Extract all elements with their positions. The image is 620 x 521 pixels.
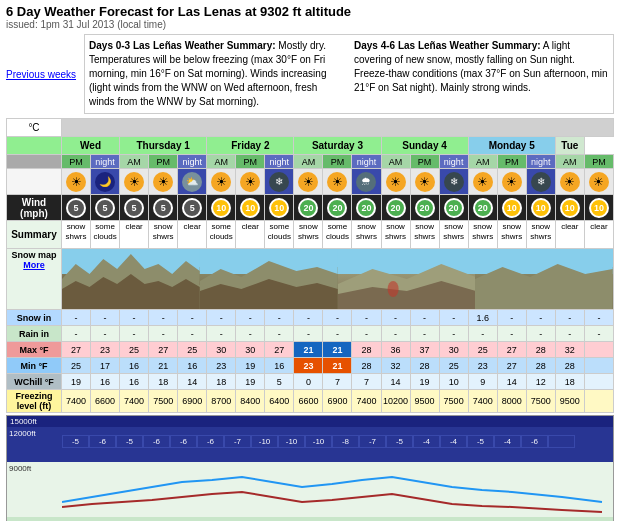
max-f-cell-17: 32 <box>555 342 584 358</box>
wchill-row-cell-13: 10 <box>439 374 468 390</box>
freeze-val-15: -5 <box>467 435 494 448</box>
freeze-row-cell-5: 8700 <box>207 390 236 413</box>
period-row-label <box>7 155 62 169</box>
max-f-cell-11: 36 <box>381 342 410 358</box>
summary-cell-9: some clouds <box>323 221 352 249</box>
rain-in-row-cell-6: - <box>236 326 265 342</box>
rain-in-row-cell-1: - <box>91 326 120 342</box>
page-title: 6 Day Weather Forecast for Las Lenas at … <box>6 4 614 19</box>
unit-celsius[interactable]: °C <box>7 119 62 137</box>
summary-cell-8: snow shwrs <box>294 221 323 249</box>
snow-map-images <box>62 249 614 310</box>
summary-cell-4: clear <box>178 221 207 249</box>
min-f-cell-4: 16 <box>178 358 207 374</box>
period-cell-18: PM <box>584 155 613 169</box>
freeze-row-cell-4: 6900 <box>178 390 207 413</box>
day-header-row: WedThursday 1Friday 2Saturday 3Sunday 4M… <box>7 137 614 155</box>
icon-cell-12: ☀ <box>410 169 439 195</box>
wind-label: Wind (mph) <box>7 195 62 221</box>
period-cell-2: AM <box>120 155 149 169</box>
wind-cell-18: 10 <box>584 195 613 221</box>
issued-time: issued: 1pm 31 Jul 2013 (local time) <box>6 19 614 30</box>
chart-9000ft: 9000ft <box>7 462 613 517</box>
page-container: 6 Day Weather Forecast for Las Lenas at … <box>0 0 620 521</box>
rain-in-row-cell-2: - <box>120 326 149 342</box>
max-f-cell-14: 25 <box>468 342 497 358</box>
snow-in-row-cell-13: - <box>439 310 468 326</box>
period-cell-4: night <box>178 155 207 169</box>
freeze-row-cell-16: 7500 <box>526 390 555 413</box>
period-cell-0: PM <box>62 155 91 169</box>
min-f-cell-17: 28 <box>555 358 584 374</box>
freeze-val-4: -6 <box>170 435 197 448</box>
summary-cell-15: snow shwrs <box>497 221 526 249</box>
freeze-val-14: -4 <box>440 435 467 448</box>
freeze-row-cell-10: 7400 <box>352 390 381 413</box>
summary-cell-13: snow shwrs <box>439 221 468 249</box>
temp-chart-svg <box>62 462 613 517</box>
wind-cell-11: 20 <box>381 195 410 221</box>
wchill-row-cell-8: 0 <box>294 374 323 390</box>
icon-cell-18: ☀ <box>584 169 613 195</box>
summary-cell-16: snow shwrs <box>526 221 555 249</box>
icon-row: ☀🌙☀☀⛅☀☀❄☀☀🌨☀☀❄☀☀❄☀☀ <box>7 169 614 195</box>
freeze-row-cell-8: 6600 <box>294 390 323 413</box>
unit-row: °C <box>7 119 614 137</box>
min-f-cell-16: 28 <box>526 358 555 374</box>
min-f-cell-18 <box>584 358 613 374</box>
day-header-Saturday-3: Saturday 3 <box>294 137 381 155</box>
day-header-Thursday-1: Thursday 1 <box>120 137 207 155</box>
max-f-cell-13: 30 <box>439 342 468 358</box>
wind-cell-8: 20 <box>294 195 323 221</box>
chart-area: 15000ft 12000ft -5-6-5-6-6-6-7-10-10-10-… <box>6 415 614 521</box>
period-cell-10: night <box>352 155 381 169</box>
freeze-row-cell-9: 6900 <box>323 390 352 413</box>
snow-in-label: Snow in <box>7 310 62 326</box>
max-f-cell-5: 30 <box>207 342 236 358</box>
min-f-cell-9: 21 <box>323 358 352 374</box>
min-f-label: Min °F <box>7 358 62 374</box>
wind-cell-3: 5 <box>149 195 178 221</box>
prev-weeks-link[interactable]: Previous weeks <box>6 69 76 80</box>
summary-cell-6: clear <box>236 221 265 249</box>
icon-cell-1: 🌙 <box>91 169 120 195</box>
icon-cell-7: ❄ <box>265 169 294 195</box>
rain-in-row-cell-0: - <box>62 326 91 342</box>
more-link[interactable]: More <box>23 260 45 270</box>
wind-cell-10: 20 <box>352 195 381 221</box>
summary-cell-17: clear <box>555 221 584 249</box>
day-header-Wed: Wed <box>62 137 120 155</box>
min-f-cell-15: 27 <box>497 358 526 374</box>
wchill-row-cell-12: 19 <box>410 374 439 390</box>
freeze-val-17: -6 <box>521 435 548 448</box>
min-f-row: Min °F 251716211623191623212832282523272… <box>7 358 614 374</box>
freeze-row-cell-17: 9500 <box>555 390 584 413</box>
icon-cell-8: ☀ <box>294 169 323 195</box>
wind-cell-6: 10 <box>236 195 265 221</box>
freeze-val-7: -10 <box>251 435 278 448</box>
freeze-row-cell-15: 8000 <box>497 390 526 413</box>
icon-cell-9: ☀ <box>323 169 352 195</box>
max-f-cell-10: 28 <box>352 342 381 358</box>
min-f-cell-8: 23 <box>294 358 323 374</box>
summary-cell-3: snow shwrs <box>149 221 178 249</box>
freeze-val-10: -8 <box>332 435 359 448</box>
icon-cell-3: ☀ <box>149 169 178 195</box>
snow-map-row: Snow mapMore <box>7 249 614 310</box>
summary-cell-1: some clouds <box>91 221 120 249</box>
freeze-row-cell-6: 8400 <box>236 390 265 413</box>
max-f-cell-7: 27 <box>265 342 294 358</box>
summary-cell-18: clear <box>584 221 613 249</box>
freeze-val-3: -6 <box>143 435 170 448</box>
min-f-cell-12: 28 <box>410 358 439 374</box>
summary-left: Days 0-3 Las Leñas Weather Summary: Most… <box>89 39 344 109</box>
freeze-label: Freezing level (ft) <box>7 390 62 413</box>
summary-cell-12: snow shwrs <box>410 221 439 249</box>
summary-cell-5: some clouds <box>207 221 236 249</box>
wind-cell-16: 10 <box>526 195 555 221</box>
wchill-row-cell-9: 7 <box>323 374 352 390</box>
rain-in-row-cell-15: - <box>497 326 526 342</box>
wchill-row-cell-3: 18 <box>149 374 178 390</box>
wchill-row-cell-5: 18 <box>207 374 236 390</box>
freeze-val-13: -4 <box>413 435 440 448</box>
